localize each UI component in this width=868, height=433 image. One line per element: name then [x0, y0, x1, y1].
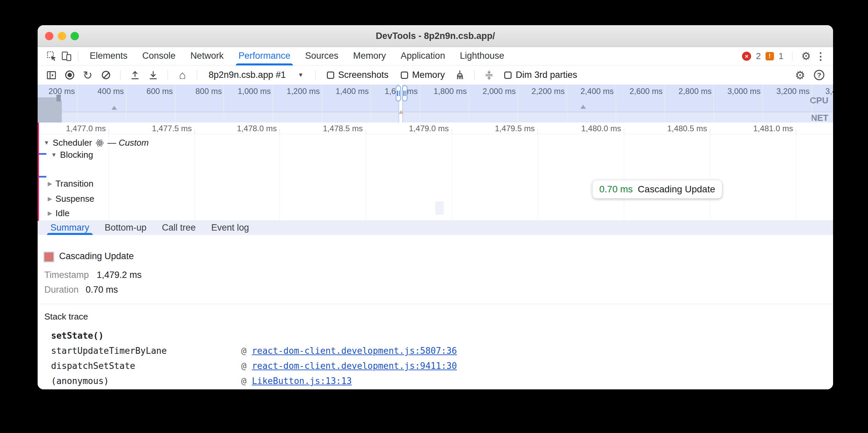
home-icon[interactable]: ⌂ — [175, 67, 190, 83]
kebab-menu-icon[interactable]: ⋮ — [815, 51, 826, 62]
ruler-tick-mark — [537, 129, 538, 134]
overview-ruler[interactable]: CPU NET 200 ms400 ms600 ms800 ms1,000 ms… — [38, 85, 833, 123]
tab-network[interactable]: Network — [183, 47, 231, 65]
stack-function-name: (anonymous) — [51, 375, 241, 387]
clear-icon[interactable] — [98, 67, 114, 83]
event-color-swatch — [44, 253, 54, 262]
scroll-thumb-ghost — [435, 201, 444, 215]
settings-gear-icon[interactable]: ⚙ — [801, 50, 811, 62]
detail-ruler[interactable]: 1,477.0 ms1,477.5 ms1,478.0 ms1,478.5 ms… — [38, 123, 833, 134]
track-suspense[interactable]: ▶ Suspense — [48, 194, 94, 204]
tab-elements[interactable]: Elements — [82, 47, 135, 65]
overview-tick-label: 3,400 ms — [812, 87, 833, 96]
bottom-tab-bar: Summary Bottom-up Call tree Event log — [38, 221, 833, 235]
ruler-tick-label: 1,479.5 ms — [468, 124, 535, 133]
net-lane-label: NET — [811, 113, 828, 123]
duration-label: Duration — [44, 285, 79, 295]
divider — [197, 70, 197, 80]
ruler-tick-mark — [796, 129, 796, 134]
ruler-tick-label: 1,480.0 ms — [554, 124, 621, 133]
selection-handles[interactable] — [396, 85, 407, 101]
triangle-collapsed-icon[interactable]: ▶ — [48, 180, 52, 187]
warning-icon[interactable]: ! — [766, 52, 774, 60]
tab-performance[interactable]: Performance — [231, 47, 298, 65]
dim-3rd-parties-label: Dim 3rd parties — [516, 70, 577, 80]
memory-label: Memory — [412, 70, 445, 80]
inspect-element-icon[interactable] — [44, 49, 59, 63]
record-icon[interactable] — [62, 67, 77, 83]
toggle-sidebar-icon[interactable] — [44, 67, 59, 83]
tab-sources[interactable]: Sources — [298, 47, 346, 65]
track-gridline — [366, 134, 366, 221]
target-select[interactable]: 8p2n9n.csb.app #1 ▼ — [204, 70, 308, 80]
triangle-collapsed-icon[interactable]: ▶ — [48, 195, 52, 202]
source-location-link[interactable]: react-dom-client.development.js:9411:30 — [252, 361, 457, 371]
tab-summary[interactable]: Summary — [44, 221, 95, 235]
selection-handle-right[interactable] — [402, 85, 407, 101]
upload-profile-icon[interactable] — [127, 67, 143, 83]
ruler-tick-label: 1,477.5 ms — [125, 124, 192, 133]
idle-lane-label: Idle — [55, 208, 69, 219]
capture-settings-gear-icon[interactable]: ⚙ — [795, 68, 805, 82]
track-gridline — [710, 134, 710, 221]
device-toolbar-icon[interactable] — [59, 49, 74, 63]
ruler-tick-mark — [279, 129, 280, 134]
at-symbol: @ — [241, 346, 247, 356]
track-scheduler[interactable]: ▼ Scheduler — Custom — [44, 138, 149, 148]
garbage-collect-icon[interactable] — [452, 67, 468, 83]
checkbox-box — [504, 71, 512, 79]
collapse-tracks-icon[interactable] — [482, 67, 497, 83]
ruler-tick-mark — [366, 129, 366, 134]
ruler-tick-mark — [624, 129, 624, 134]
error-icon[interactable]: × — [742, 52, 751, 61]
duration-value: 0.70 ms — [86, 285, 118, 295]
track-transition[interactable]: ▶ Transition — [48, 178, 93, 189]
tab-console[interactable]: Console — [135, 47, 183, 65]
section-divider — [38, 304, 833, 304]
devtools-tab-bar: Elements Console Network Performance Sou… — [38, 47, 833, 65]
overview-tick-label: 1,200 ms — [273, 87, 320, 96]
tab-memory[interactable]: Memory — [346, 47, 393, 65]
timeline-marker — [581, 105, 586, 109]
track-gridline — [796, 134, 796, 221]
triangle-expanded-icon[interactable]: ▼ — [44, 140, 50, 146]
source-location-link[interactable]: LikeButton.js:13:13 — [252, 376, 352, 386]
memory-checkbox[interactable]: Memory — [396, 70, 450, 80]
track-focus-indicator — [38, 153, 46, 155]
tab-application[interactable]: Application — [393, 47, 453, 65]
help-icon[interactable]: ? — [814, 70, 824, 80]
ruler-tick-mark — [452, 129, 452, 134]
suspense-lane-label: Suspense — [55, 194, 94, 204]
tab-event-log[interactable]: Event log — [205, 221, 255, 235]
warning-count: 1 — [779, 51, 783, 61]
tab-lighthouse[interactable]: Lighthouse — [453, 47, 512, 65]
triangle-collapsed-icon[interactable]: ▶ — [48, 210, 52, 217]
track-blocking[interactable]: ▼ Blocking — [51, 150, 93, 160]
ruler-tick-mark — [194, 129, 195, 134]
reload-record-icon[interactable]: ↻ — [80, 67, 95, 83]
divider — [78, 51, 78, 61]
selection-handle-left[interactable] — [396, 85, 401, 101]
overview-tick-label: 400 ms — [77, 87, 124, 96]
chevron-down-icon: ▼ — [298, 72, 304, 78]
screenshots-checkbox[interactable]: Screenshots — [322, 70, 393, 80]
source-location-link[interactable]: react-dom-client.development.js:5807:36 — [252, 346, 457, 356]
checkbox-box — [401, 71, 408, 79]
tab-bottom-up[interactable]: Bottom-up — [99, 221, 153, 235]
ruler-tick-label: 1,479.0 ms — [381, 124, 449, 133]
tab-call-tree[interactable]: Call tree — [156, 221, 202, 235]
title-bar: DevTools - 8p2n9n.csb.app/ — [38, 25, 833, 47]
transition-lane-label: Transition — [55, 178, 93, 189]
blocking-lane-label: Blocking — [60, 150, 93, 160]
stack-frame-row: setState() — [51, 330, 819, 345]
track-idle[interactable]: ▶ Idle — [48, 208, 69, 219]
overview-tick-label: 1,600 ms — [371, 87, 418, 96]
triangle-expanded-icon[interactable]: ▼ — [51, 152, 57, 159]
overview-tick-label: 800 ms — [175, 87, 222, 96]
dim-3rd-parties-checkbox[interactable]: Dim 3rd parties — [499, 70, 582, 80]
devtools-window: DevTools - 8p2n9n.csb.app/ Elements Cons… — [38, 25, 833, 389]
download-profile-icon[interactable] — [146, 67, 161, 83]
stack-function-name: dispatchSetState — [51, 360, 241, 372]
checkbox-box — [327, 71, 334, 79]
timeline-marker — [112, 106, 117, 110]
